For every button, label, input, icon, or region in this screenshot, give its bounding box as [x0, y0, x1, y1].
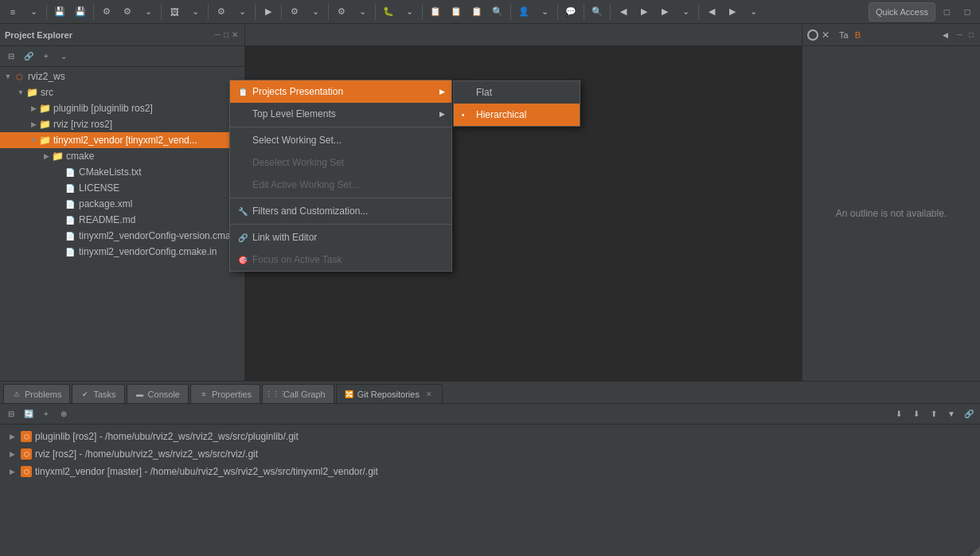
toolbar-btn-25[interactable]: ▶	[655, 2, 674, 22]
panel-close-btn[interactable]: ✕	[230, 30, 240, 39]
tree-item-cmake[interactable]: ▶ 📁 cmake	[0, 148, 244, 164]
tab-tasks[interactable]: ✔ Tasks	[72, 384, 124, 403]
menu-item-top-level-elements[interactable]: Top Level Elements	[230, 103, 451, 125]
clone-repo-btn[interactable]: ⊕	[56, 406, 72, 422]
toolbar-btn-11[interactable]: ⌄	[306, 2, 325, 22]
toolbar-perspective-2[interactable]: □	[958, 2, 977, 22]
tree-label-rviz2-ws: rviz2_ws	[28, 71, 65, 82]
toolbar-sep-4	[208, 4, 209, 20]
view-menu: 📋 Projects Presentation Flat • Hierarchi…	[229, 80, 452, 272]
toolbar-btn-12[interactable]: ⚙	[332, 2, 351, 22]
tab-problems[interactable]: ⚠ Problems	[3, 384, 70, 403]
toolbar-btn-20[interactable]: ⌄	[535, 2, 554, 22]
toolbar-btn-5[interactable]: ⌄	[139, 2, 158, 22]
collapse-all-btn[interactable]: ⊟	[3, 49, 19, 65]
repo-item-tinyxml2[interactable]: ▶ ⬡ tinyxml2_vendor [master] - /home/ubu…	[6, 463, 974, 480]
toolbar-btn-17[interactable]: 📋	[467, 2, 486, 22]
tree-item-cmakelists[interactable]: 📄 CMakeLists.txt	[0, 164, 244, 180]
toolbar-btn-26[interactable]: ⌄	[676, 2, 695, 22]
quick-access-button[interactable]: Quick Access	[869, 2, 935, 22]
file-icon-vendorconfig: 📄	[64, 245, 76, 258]
tree-item-vendorconfig-version[interactable]: 📄 tinyxml2_vendorConfig-version.cma...	[0, 228, 244, 244]
tree-item-package[interactable]: 📄 package.xml	[0, 196, 244, 212]
tree-item-rviz2-ws[interactable]: ▼ ⬡ rviz2_ws	[0, 69, 244, 84]
tree-item-vendorconfig[interactable]: 📄 tinyxml2_vendorConfig.cmake.in	[0, 244, 244, 260]
panel-minimize-btn[interactable]: ─	[213, 30, 222, 39]
toolbar-run[interactable]: ▶	[259, 2, 278, 22]
tree-item-tinyxml2-vendor[interactable]: ▼ 📁 tinyxml2_vendor [tinyxml2_vend...	[0, 132, 244, 148]
problems-icon: ⚠	[12, 390, 21, 399]
repo-arrow-pluginlib: ▶	[10, 433, 19, 440]
folder-icon-rviz: 📁	[38, 118, 51, 131]
tree-label-rviz: rviz [rviz ros2]	[53, 119, 112, 130]
outline-scroll-btn[interactable]: ◀	[939, 29, 952, 41]
toolbar-btn-28[interactable]: ▶	[723, 2, 742, 22]
link-btn[interactable]: 🔗	[961, 406, 977, 422]
toolbar-btn-6[interactable]: 🖼	[165, 2, 184, 22]
toolbar-btn-24[interactable]: ▶	[634, 2, 654, 22]
toolbar-btn-8[interactable]: ⚙	[212, 2, 231, 22]
tree-item-license[interactable]: 📄 LICENSE	[0, 180, 244, 196]
toolbar-btn-22[interactable]: 🔍	[588, 2, 607, 22]
tab-properties[interactable]: ≡ Properties	[190, 384, 260, 403]
toolbar-btn-16[interactable]: 📋	[447, 2, 466, 22]
tab-gitrepos[interactable]: 🔀 Git Repositories ✕	[336, 384, 443, 403]
add-repo-btn[interactable]: +	[38, 406, 54, 422]
toolbar-btn-14[interactable]: ⌄	[400, 2, 419, 22]
menu-sep-1	[230, 127, 451, 127]
toolbar-btn-1[interactable]: ≡	[3, 2, 22, 22]
outline-ta-label: Ta	[839, 30, 849, 40]
view-menu-btn[interactable]: ⌄	[56, 49, 72, 65]
toolbar-btn-23[interactable]: ◀	[614, 2, 633, 22]
filter-btn[interactable]: ▼	[943, 406, 959, 422]
link-editor-toolbar-btn[interactable]: 🔗	[21, 49, 37, 65]
panel-maximize-btn[interactable]: □	[222, 30, 230, 39]
resize-handle[interactable]	[970, 546, 980, 556]
toolbar-btn-2[interactable]: ⌄	[24, 2, 43, 22]
tab-callgraph[interactable]: ⋮⋮⋮ Call Graph	[262, 384, 334, 403]
tab-console[interactable]: ▬ Console	[127, 384, 189, 403]
collapse-repos-btn[interactable]: ⊟	[3, 406, 19, 422]
outline-max-btn[interactable]: □	[967, 30, 975, 39]
toolbar-btn-10[interactable]: ⚙	[285, 2, 304, 22]
gitrepos-tab-close[interactable]: ✕	[424, 390, 434, 398]
submenu-hierarchical[interactable]: • Hierarchical	[454, 104, 580, 126]
menu-item-edit-active-working-set: Edit Active Working Set...	[230, 174, 451, 196]
tree-item-readme[interactable]: 📄 README.md	[0, 212, 244, 228]
push-btn[interactable]: ⬆	[926, 406, 942, 422]
toolbar-btn-3[interactable]: ⚙	[97, 2, 116, 22]
menu-item-projects-presentation[interactable]: 📋 Projects Presentation Flat • Hierarchi…	[230, 80, 451, 103]
toolbar-perspective-1[interactable]: □	[937, 2, 956, 22]
submenu-flat[interactable]: Flat	[454, 81, 580, 104]
toolbar-debug[interactable]: 🐛	[379, 2, 398, 22]
toolbar-btn-29[interactable]: ⌄	[744, 2, 763, 22]
pull-btn[interactable]: ⬇	[908, 406, 924, 422]
fetch-btn[interactable]: ⬇	[891, 406, 907, 422]
menu-item-select-working-set[interactable]: Select Working Set...	[230, 129, 451, 151]
toolbar-btn-9[interactable]: ⌄	[232, 2, 252, 22]
tree-item-rviz[interactable]: ▶ 📁 rviz [rviz ros2]	[0, 116, 244, 132]
file-icon-vendorconfig-version: 📄	[64, 229, 76, 242]
refresh-repos-btn[interactable]: 🔄	[21, 406, 37, 422]
outline-min-btn[interactable]: ─	[955, 30, 964, 39]
toolbar-btn-19[interactable]: 👤	[514, 2, 533, 22]
toolbar-btn-21[interactable]: 💬	[561, 2, 580, 22]
menu-edit-active-working-set-label: Edit Active Working Set...	[252, 179, 360, 190]
menu-item-filters[interactable]: 🔧 Filters and Customization...	[230, 200, 451, 222]
toolbar-btn-27[interactable]: ◀	[702, 2, 721, 22]
menu-link-editor-label: Link with Editor	[252, 232, 317, 243]
folder-icon-src: 📁	[25, 86, 38, 99]
new-btn[interactable]: +	[38, 49, 54, 65]
tree-item-pluginlib[interactable]: ▶ 📁 pluginlib [pluginlib ros2]	[0, 100, 244, 116]
menu-item-link-editor[interactable]: 🔗 Link with Editor	[230, 226, 451, 249]
toolbar-btn-15[interactable]: 📋	[426, 2, 445, 22]
toolbar-save-all[interactable]: 💾	[71, 2, 90, 22]
tree-item-src[interactable]: ▼ 📁 src	[0, 84, 244, 100]
toolbar-btn-18[interactable]: 🔍	[488, 2, 507, 22]
toolbar-btn-4[interactable]: ⚙	[118, 2, 137, 22]
repo-item-pluginlib[interactable]: ▶ ⬡ pluginlib [ros2] - /home/ubu/rviz2_w…	[6, 428, 974, 445]
toolbar-btn-13[interactable]: ⌄	[353, 2, 372, 22]
toolbar-save[interactable]: 💾	[50, 2, 69, 22]
toolbar-btn-7[interactable]: ⌄	[185, 2, 205, 22]
repo-item-rviz[interactable]: ▶ ⬡ rviz [ros2] - /home/ubu/rviz2_ws/rvi…	[6, 445, 974, 463]
